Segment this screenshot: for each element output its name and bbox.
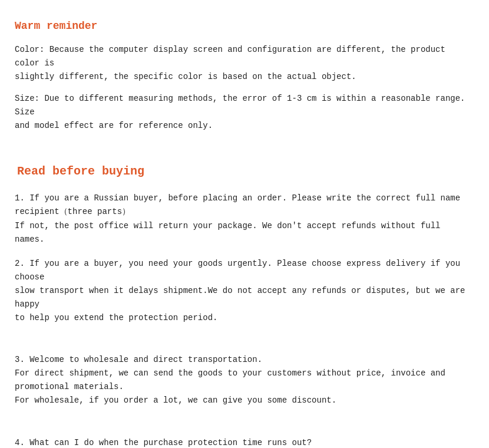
size-note: Size: Due to different measuring methods…: [15, 92, 471, 133]
item-1: 1. If you are a Russian buyer, before pl…: [15, 192, 471, 246]
item-3: 3. Welcome to wholesale and direct trans…: [15, 353, 471, 407]
spacer-1: [15, 144, 471, 162]
warm-reminder-section: Warm reminder Color: Because the compute…: [15, 18, 471, 133]
item-1-text: 1. If you are a Russian buyer, before pl…: [15, 192, 471, 246]
item-4-text: 4. What can I do when the purchase prote…: [15, 436, 471, 448]
warm-reminder-title: Warm reminder: [15, 18, 471, 35]
spacer-2: [15, 335, 471, 353]
item-2-text: 2. If you are a buyer, you need your goo…: [15, 257, 471, 325]
read-before-title: Read before buying: [15, 162, 471, 181]
read-before-buying-section: Read before buying 1. If you are a Russi…: [15, 162, 471, 448]
color-note: Color: Because the computer display scre…: [15, 43, 471, 84]
item-2: 2. If you are a buyer, you need your goo…: [15, 257, 471, 325]
spacer-3: [15, 419, 471, 436]
item-3-text: 3. Welcome to wholesale and direct trans…: [15, 353, 471, 407]
item-4: 4. What can I do when the purchase prote…: [15, 436, 471, 448]
